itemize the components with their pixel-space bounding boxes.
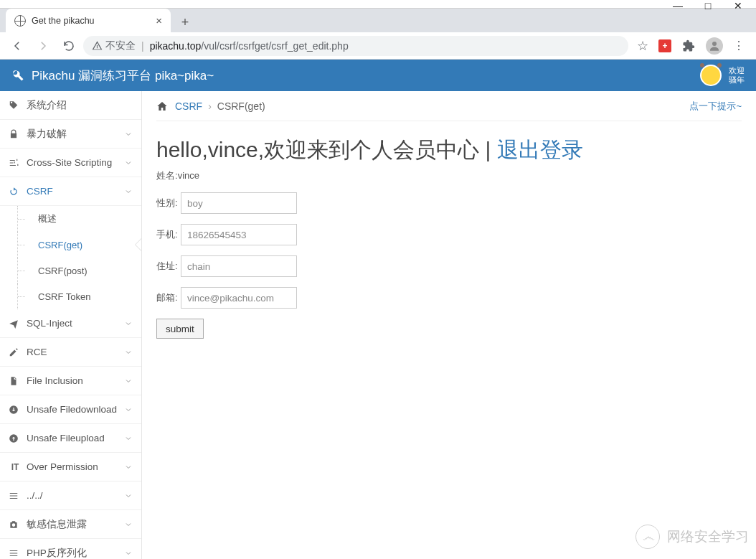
camera-icon	[9, 520, 22, 530]
page-title: hello,vince,欢迎来到个人会员中心 | 退出登录	[156, 136, 742, 165]
it-icon: IT	[9, 461, 22, 472]
watermark: ෴ 网络安全学习	[635, 525, 749, 549]
sidebar-item-rce[interactable]: RCE	[0, 338, 141, 367]
extensions-puzzle-icon[interactable]	[681, 39, 696, 53]
chevron-down-icon	[124, 159, 133, 167]
address-bar[interactable]: 不安全 | pikachu.top/vul/csrf/csrfget/csrf_…	[83, 36, 628, 56]
chevron-right-icon: ›	[208, 100, 212, 112]
bars-icon	[9, 491, 22, 501]
sidebar-item-label: Unsafe Filedownload	[27, 404, 117, 415]
sidebar-item-label: Unsafe Fileupload	[27, 433, 105, 443]
main-content: CSRF › CSRF(get) 点一下提示~ hello,vince,欢迎来到…	[142, 91, 756, 559]
breadcrumb: CSRF › CSRF(get) 点一下提示~	[156, 91, 742, 121]
email-input[interactable]	[181, 287, 297, 309]
window-minimize[interactable]: —	[663, 0, 693, 14]
chevron-down-icon	[124, 348, 133, 357]
name-display: 姓名:vince	[156, 169, 742, 182]
sidebar-item-unsafe-filedownload[interactable]: Unsafe Filedownload	[0, 395, 141, 424]
wrench-icon	[11, 69, 24, 82]
nav-back-button[interactable]	[6, 34, 29, 57]
home-icon[interactable]	[156, 100, 168, 112]
tag-icon	[9, 100, 22, 111]
chevron-down-icon	[124, 549, 133, 558]
upload-icon	[9, 433, 22, 443]
new-tab-button[interactable]: +	[175, 12, 195, 32]
sidebar-item-unsafe-fileupload[interactable]: Unsafe Fileupload	[0, 424, 141, 453]
breadcrumb-link-csrf[interactable]: CSRF	[175, 100, 202, 112]
sidebar: 系统介绍暴力破解Cross-Site ScriptingCSRF概述CSRF(g…	[0, 91, 142, 559]
sidebar-item-php-[interactable]: PHP反序列化	[0, 539, 141, 559]
browser-tab[interactable]: Get the pikachu ×	[6, 9, 171, 32]
chevron-down-icon	[124, 434, 133, 443]
bookmark-star-icon[interactable]: ☆	[637, 38, 648, 54]
wechat-icon: ෴	[635, 525, 660, 549]
window-chrome: — □ ✕	[0, 0, 756, 9]
browser-tab-bar: Get the pikachu × +	[0, 9, 756, 32]
sidebar-item-label: PHP反序列化	[27, 547, 87, 560]
sidebar-subitem--[interactable]: 概述	[17, 206, 141, 232]
sidebar-item--[interactable]: 敏感信息泄露	[0, 510, 141, 539]
sidebar-item-label: Over Permission	[27, 461, 98, 472]
file-icon	[9, 376, 22, 386]
sidebar-subitem-csrf-get-[interactable]: CSRF(get)	[17, 232, 141, 258]
chevron-down-icon	[124, 130, 133, 138]
lock-icon	[9, 129, 22, 139]
welcome-text: 欢迎 骚年	[729, 66, 745, 85]
sidebar-item-csrf[interactable]: CSRF	[0, 177, 141, 206]
active-pointer-icon	[136, 238, 142, 251]
extension-red-icon[interactable]: +	[658, 39, 671, 52]
chevron-down-icon	[124, 405, 133, 414]
address-text: pikachu.top/vul/csrf/csrfget/csrf_get_ed…	[150, 40, 349, 52]
chevron-down-icon	[124, 187, 133, 196]
sliders-icon	[9, 158, 22, 168]
sidebar-item--[interactable]: 系统介绍	[0, 91, 141, 120]
address-input[interactable]	[181, 255, 297, 277]
sidebar-item-label: 系统介绍	[27, 99, 67, 112]
nav-reload-button[interactable]	[57, 34, 80, 57]
hint-link[interactable]: 点一下提示~	[689, 100, 742, 113]
app-header: Pikachu 漏洞练习平台 pika~pika~ 欢迎 骚年	[0, 60, 756, 91]
chevron-down-icon	[124, 319, 133, 328]
sidebar-item-label: Cross-Site Scripting	[27, 157, 112, 168]
browser-menu-icon[interactable]: ⋮	[733, 39, 745, 52]
email-label: 邮箱:	[156, 291, 181, 304]
insecure-badge: 不安全	[92, 39, 136, 52]
phone-label: 手机:	[156, 228, 181, 241]
globe-icon	[14, 15, 26, 27]
pencil-icon	[9, 347, 22, 357]
window-maximize[interactable]: □	[693, 0, 723, 14]
sex-input[interactable]	[181, 192, 297, 214]
sidebar-subitem-csrf-post-[interactable]: CSRF(post)	[17, 258, 141, 283]
nav-forward-button[interactable]	[32, 34, 55, 57]
plane-icon	[9, 319, 22, 329]
sidebar-item-label: SQL-Inject	[27, 318, 72, 329]
tab-title: Get the pikachu	[32, 16, 95, 26]
chevron-down-icon	[124, 520, 133, 529]
svg-point-0	[712, 42, 717, 46]
sidebar-item--[interactable]: 暴力破解	[0, 120, 141, 149]
chevron-down-icon	[124, 492, 133, 500]
download-icon	[9, 405, 22, 415]
window-close[interactable]: ✕	[723, 0, 753, 14]
app-title: Pikachu 漏洞练习平台 pika~pika~	[32, 67, 214, 84]
sidebar-item-file-inclusion[interactable]: File Inclusion	[0, 367, 141, 395]
pikachu-avatar-icon	[700, 65, 722, 86]
submit-button[interactable]: submit	[156, 319, 204, 339]
sidebar-item-over-permission[interactable]: ITOver Permission	[0, 453, 141, 482]
profile-avatar-icon[interactable]	[706, 37, 723, 55]
sidebar-item-cross-site-scripting[interactable]: Cross-Site Scripting	[0, 149, 141, 177]
logout-link[interactable]: 退出登录	[497, 138, 583, 161]
phone-input[interactable]	[181, 224, 297, 245]
sidebar-item-label: CSRF	[27, 186, 53, 197]
chevron-down-icon	[124, 377, 133, 385]
sidebar-subitem-csrf-token[interactable]: CSRF Token	[17, 283, 141, 309]
address-separator: |	[141, 40, 144, 52]
chevron-down-icon	[124, 463, 133, 471]
refresh-icon	[9, 187, 22, 197]
sex-label: 性别:	[156, 197, 181, 210]
sidebar-item-sql-inject[interactable]: SQL-Inject	[0, 309, 141, 338]
sidebar-item-label: 敏感信息泄露	[27, 518, 87, 531]
close-icon[interactable]: ×	[156, 14, 162, 27]
sidebar-item-label: RCE	[27, 347, 47, 357]
sidebar-item--[interactable]: ../../	[0, 482, 141, 510]
